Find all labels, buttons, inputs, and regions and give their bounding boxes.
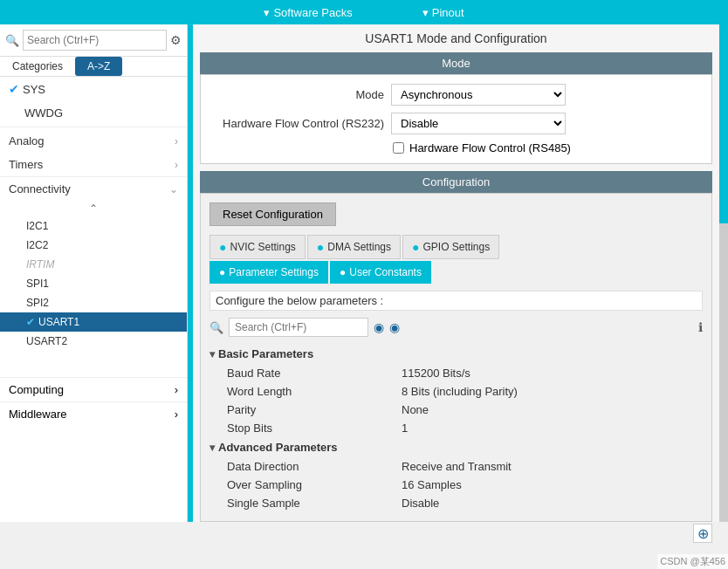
mode-section-header: Mode — [200, 52, 712, 74]
main-content: USART1 Mode and Configuration Mode Mode … — [193, 24, 719, 522]
expand-indicator: ⌃ — [0, 201, 187, 216]
zoom-in-icon: ⊕ — [697, 525, 709, 542]
dot-icon: ● — [219, 266, 225, 278]
search-icon: 🔍 — [5, 34, 19, 47]
sidebar-item-sys[interactable]: ✔ SYS — [0, 77, 187, 101]
sidebar-item-usart2[interactable]: USART2 — [0, 332, 187, 351]
nav-prev-btn[interactable]: ◉ — [374, 320, 384, 334]
dot-icon: ● — [219, 240, 226, 254]
param-search-input[interactable] — [229, 318, 368, 337]
info-icon: ℹ — [698, 320, 703, 334]
search-icon: 🔍 — [209, 321, 223, 334]
sidebar-item-connectivity[interactable]: Connectivity ⌄ — [0, 176, 187, 201]
word-length-row: Word Length 8 Bits (including Parity) — [209, 382, 703, 401]
zoom-in-button[interactable]: ⊕ — [693, 524, 712, 543]
tab-parameter-settings[interactable]: ● Parameter Settings — [209, 261, 328, 284]
tab-nvic[interactable]: ● NVIC Settings — [209, 235, 306, 259]
chevron-down-icon: ▾ — [422, 6, 429, 19]
collapse-icon: ▾ — [209, 348, 215, 360]
sidebar-tabs: Categories A->Z — [0, 57, 187, 77]
top-bar: ▾ Software Packs ▾ Pinout — [0, 0, 728, 24]
tab-dma[interactable]: ● DMA Settings — [307, 235, 401, 259]
connectivity-label: Connectivity — [9, 182, 169, 195]
hw-flow-rs485-label: Hardware Flow Control (RS485) — [409, 141, 571, 154]
mode-select[interactable]: Asynchronous — [391, 84, 566, 106]
software-packs-btn[interactable]: ▾ Software Packs — [264, 6, 352, 19]
pinout-btn[interactable]: ▾ Pinout — [422, 6, 464, 19]
tab-user-constants[interactable]: ● User Constants — [330, 261, 431, 284]
analog-label: Analog — [9, 134, 44, 147]
sys-label: SYS — [23, 83, 45, 96]
config-section-content: Reset Configuration ● NVIC Settings ● DM… — [200, 193, 712, 522]
configure-text: Configure the below parameters : — [209, 291, 703, 311]
chevron-right-icon: › — [175, 135, 178, 147]
sidebar-item-middleware[interactable]: Middleware › — [0, 401, 187, 426]
config-section-header: Configuration — [200, 171, 712, 193]
content-title: USART1 Mode and Configuration — [193, 24, 719, 52]
stop-bits-row: Stop Bits 1 — [209, 419, 703, 437]
baud-rate-row: Baud Rate 115200 Bits/s — [209, 364, 703, 382]
over-sampling-row: Over Sampling 16 Samples — [209, 476, 703, 494]
watermark: CSDN @某456 — [657, 554, 728, 569]
tab-az[interactable]: A->Z — [75, 57, 122, 76]
dot-icon: ● — [317, 240, 324, 254]
sidebar-item-computing[interactable]: Computing › — [0, 377, 187, 401]
tab-gpio[interactable]: ● GPIO Settings — [402, 235, 499, 259]
chevron-right-icon: › — [175, 408, 178, 421]
hw-flow-rs485-row: Hardware Flow Control (RS485) — [209, 141, 703, 154]
hw-flow-rs485-checkbox[interactable] — [393, 142, 404, 154]
wwdg-label: WWDG — [24, 106, 63, 120]
sidebar-item-spi1[interactable]: SPI1 — [0, 274, 187, 293]
sidebar-item-irtim[interactable]: IRTIM — [0, 255, 187, 274]
search-input[interactable] — [23, 30, 167, 51]
chevron-right-icon: › — [175, 383, 178, 396]
check-icon: ✔ — [9, 82, 19, 96]
timers-label: Timers — [9, 158, 43, 171]
hw-flow-rs232-select[interactable]: Disable — [391, 113, 566, 134]
sidebar-item-analog[interactable]: Analog › — [0, 129, 187, 153]
single-sample-row: Single Sample Disable — [209, 494, 703, 512]
pinout-label: Pinout — [432, 6, 464, 19]
sidebar-item-wwdg[interactable]: WWDG — [0, 101, 187, 125]
reset-config-button[interactable]: Reset Configuration — [209, 202, 336, 226]
chevron-down-icon: ⌄ — [169, 183, 178, 195]
gear-icon[interactable]: ⚙ — [170, 33, 182, 47]
middleware-label: Middleware — [9, 408, 66, 421]
hw-flow-rs232-row: Hardware Flow Control (RS232) Disable — [209, 113, 703, 134]
sidebar: 🔍 ⚙ Categories A->Z ✔ SYS — [0, 24, 188, 522]
advanced-params-header[interactable]: ▾ Advanced Parameters — [209, 437, 703, 457]
mode-section-content: Mode Asynchronous Hardware Flow Control … — [200, 74, 712, 164]
dot-icon: ● — [340, 266, 346, 278]
mode-label: Mode — [209, 88, 384, 101]
sidebar-item-i2c1[interactable]: I2C1 — [0, 216, 187, 236]
sidebar-search-row: 🔍 ⚙ — [0, 24, 187, 57]
nav-next-btn[interactable]: ◉ — [389, 320, 400, 334]
chevron-right-icon: › — [175, 159, 178, 171]
dot-icon: ● — [412, 240, 419, 254]
param-search-row: 🔍 ◉ ◉ ℹ — [209, 318, 703, 337]
mode-row: Mode Asynchronous — [209, 84, 703, 106]
config-tabs-row1: ● NVIC Settings ● DMA Settings ● GPIO Se… — [209, 235, 703, 259]
software-packs-label: Software Packs — [273, 6, 352, 19]
hw-flow-rs232-label: Hardware Flow Control (RS232) — [209, 117, 384, 130]
sidebar-item-usart1[interactable]: ✔ USART1 — [0, 312, 187, 332]
sidebar-item-timers[interactable]: Timers › — [0, 153, 187, 176]
config-tabs-row2: ● Parameter Settings ● User Constants — [209, 261, 703, 284]
parity-row: Parity None — [209, 401, 703, 419]
sidebar-item-i2c2[interactable]: I2C2 — [0, 236, 187, 255]
basic-params-header[interactable]: ▾ Basic Parameters — [209, 344, 703, 364]
tab-categories[interactable]: Categories — [0, 57, 75, 76]
collapse-icon: ▾ — [209, 442, 215, 454]
computing-label: Computing — [9, 383, 64, 396]
content-scrollbar[interactable] — [719, 24, 728, 522]
data-direction-row: Data Direction Receive and Transmit — [209, 457, 703, 476]
sidebar-item-spi2[interactable]: SPI2 — [0, 293, 187, 312]
chevron-down-icon: ▾ — [264, 6, 270, 19]
